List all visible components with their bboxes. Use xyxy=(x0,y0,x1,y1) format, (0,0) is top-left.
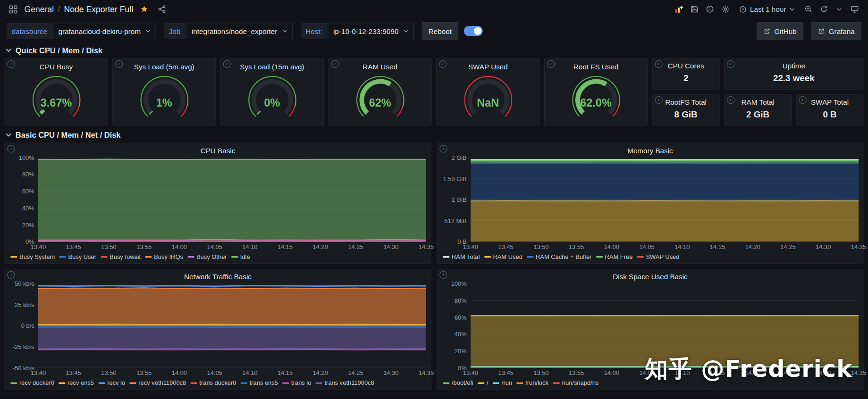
panel-info-icon[interactable]: i xyxy=(655,96,662,104)
add-panel-icon[interactable] xyxy=(673,3,686,15)
panel-title[interactable]: Sys Load (5m avg) xyxy=(113,58,215,71)
github-link-button[interactable]: GitHub xyxy=(757,22,803,40)
legend-item-ram-cache-buffer[interactable]: RAM Cache + Buffer xyxy=(527,252,591,261)
host-variable-dropdown[interactable]: Host: ip-10-0-12-233:9090 xyxy=(301,23,414,39)
panel-info-icon[interactable]: i xyxy=(439,60,447,68)
dashboard-insights-icon[interactable] xyxy=(704,3,717,15)
x-tick-label: 14:00 xyxy=(604,243,619,250)
panel-info-icon[interactable]: i xyxy=(799,96,806,104)
refresh-interval-chevron-icon[interactable] xyxy=(833,3,846,15)
legend-item-swap-used[interactable]: SWAP Used xyxy=(637,252,680,261)
reboot-button[interactable]: Reboot xyxy=(422,22,458,40)
favorite-star-icon[interactable] xyxy=(138,3,151,15)
panel-info-icon[interactable]: i xyxy=(331,60,338,68)
legend-item--run-lock[interactable]: /run/lock xyxy=(516,378,548,387)
legend-item-busy-other[interactable]: Busy Other xyxy=(187,252,227,261)
x-tick-label: 13:55 xyxy=(569,243,584,250)
y-tick-label: 2 GiB xyxy=(451,154,466,161)
legend-item-ram-total[interactable]: RAM Total xyxy=(443,252,480,261)
zoom-out-icon[interactable] xyxy=(801,3,815,15)
panel-title[interactable]: RAM Used xyxy=(329,58,431,71)
legend-item-trans-lo[interactable]: trans lo xyxy=(282,378,311,387)
legend-item-busy-irqs[interactable]: Busy IRQs xyxy=(145,252,183,261)
panel-info-icon[interactable]: i xyxy=(439,271,447,279)
panel-info-icon[interactable]: i xyxy=(727,96,734,104)
panel-title[interactable]: RootFS Total xyxy=(665,95,707,107)
legend-item--boot-efi[interactable]: /boot/efi xyxy=(443,378,473,387)
row-header-basic[interactable]: Basic CPU / Mem / Net / Disk xyxy=(6,131,864,140)
panel-uptime: i Uptime 22.3 week xyxy=(724,58,864,90)
panel-title[interactable]: CPU Cores xyxy=(668,58,704,70)
panel-info-icon[interactable]: i xyxy=(7,271,15,279)
legend-item--[interactable]: / xyxy=(478,378,488,387)
legend-item-idle[interactable]: Idle xyxy=(231,252,250,261)
panel-info-icon[interactable]: i xyxy=(223,60,231,68)
dashboard-settings-gear-icon[interactable] xyxy=(719,3,732,15)
legend-item-recv-veth11900c8[interactable]: recv veth11900c8 xyxy=(130,378,186,387)
stat-panels: i CPU Cores 2 i Uptime 22.3 week i RootF… xyxy=(652,58,864,125)
y-tick-label: 20% xyxy=(22,222,34,228)
panel-info-icon[interactable]: i xyxy=(439,145,447,152)
y-tick-label: 0 b/s xyxy=(21,323,34,329)
x-tick-label: 13:45 xyxy=(66,369,81,376)
time-range-picker[interactable]: Last 1 hour xyxy=(734,2,799,16)
panel-title[interactable]: Memory Basic xyxy=(442,145,859,158)
y-tick-label: 80% xyxy=(22,171,34,178)
legend-item-ram-used[interactable]: RAM Used xyxy=(484,252,522,261)
row-header-quick[interactable]: Quick CPU / Mem / Disk xyxy=(6,46,864,55)
grid-icon[interactable] xyxy=(7,3,20,15)
legend-label: recv veth11900c8 xyxy=(138,380,186,386)
legend-item-trans-ens5[interactable]: trans ens5 xyxy=(241,378,278,387)
panel-title[interactable]: CPU Basic xyxy=(9,145,426,158)
panel-title[interactable]: CPU Busy xyxy=(5,58,108,71)
x-tick-label: 14:10 xyxy=(674,243,690,250)
legend-item-trans-docker0[interactable]: trans docker0 xyxy=(191,378,236,387)
breadcrumb-section[interactable]: General xyxy=(25,4,54,14)
panel-title[interactable]: SWAP Total xyxy=(811,95,849,107)
time-range-label: Last 1 hour xyxy=(750,5,786,14)
legend-item-recv-lo[interactable]: recv lo xyxy=(98,378,125,387)
y-tick-label: 25 kb/s xyxy=(15,301,34,308)
legend-item-ram-free[interactable]: RAM Free xyxy=(596,252,633,261)
legend-item-trans-veth11900c8[interactable]: trans veth11900c8 xyxy=(316,378,374,387)
legend-item-busy-user[interactable]: Busy User xyxy=(59,252,96,261)
legend-swatch xyxy=(493,382,499,384)
x-tick-label: 14:35 xyxy=(419,369,434,376)
panel-title[interactable]: Disk Space Used Basic xyxy=(442,272,859,284)
panel-title[interactable]: Root FS Used xyxy=(545,58,647,71)
x-tick-label: 14:30 xyxy=(383,369,398,376)
x-tick-label: 13:50 xyxy=(533,243,548,250)
datasource-variable-value: grafanacloud-dekiru-prom xyxy=(59,27,141,35)
grafana-link-button[interactable]: Grafana xyxy=(811,22,861,40)
x-tick-label: 13:45 xyxy=(498,369,513,376)
panel-title[interactable]: RAM Total xyxy=(742,95,775,107)
panel-title[interactable]: Network Traffic Basic xyxy=(9,272,426,284)
panel-info-icon[interactable]: i xyxy=(115,60,123,68)
tv-mode-icon[interactable] xyxy=(848,3,861,15)
legend-item-busy-system[interactable]: Busy System xyxy=(10,252,55,261)
legend-item-recv-ens5[interactable]: recv ens5 xyxy=(59,378,94,387)
save-dashboard-icon[interactable] xyxy=(688,3,701,15)
chevron-down-icon xyxy=(6,48,12,52)
panel-info-icon[interactable]: i xyxy=(727,60,734,68)
panel-title[interactable]: Uptime xyxy=(783,58,805,70)
x-tick-label: 14:15 xyxy=(278,369,293,376)
panel-info-icon[interactable]: i xyxy=(7,145,15,152)
legend-item-recv-docker0[interactable]: recv docker0 xyxy=(10,378,54,387)
job-variable-dropdown[interactable]: Job integrations/node_exporter xyxy=(164,23,293,39)
panel-info-icon[interactable]: i xyxy=(547,60,555,68)
panel-info-icon[interactable]: i xyxy=(7,60,15,68)
legend-item-busy-iowait[interactable]: Busy Iowait xyxy=(101,252,141,261)
legend-swatch xyxy=(484,256,491,258)
legend-item--run-snapd-ns[interactable]: /run/snapd/ns xyxy=(553,378,598,387)
panel-info-icon[interactable]: i xyxy=(655,60,662,68)
panel-sys-load-5m: i Sys Load (5m avg) 1% xyxy=(112,58,216,125)
datasource-variable-dropdown[interactable]: datasource grafanacloud-dekiru-prom xyxy=(7,23,156,39)
x-axis: 13:4013:4513:5013:5514:0014:0514:1014:15… xyxy=(38,242,426,251)
panel-title[interactable]: SWAP Used xyxy=(437,58,539,71)
refresh-icon[interactable] xyxy=(817,3,830,15)
legend-item--run[interactable]: /run xyxy=(493,378,512,387)
panel-title[interactable]: Sys Load (15m avg) xyxy=(221,58,323,71)
reboot-toggle[interactable] xyxy=(464,26,483,36)
share-icon[interactable] xyxy=(155,3,169,15)
